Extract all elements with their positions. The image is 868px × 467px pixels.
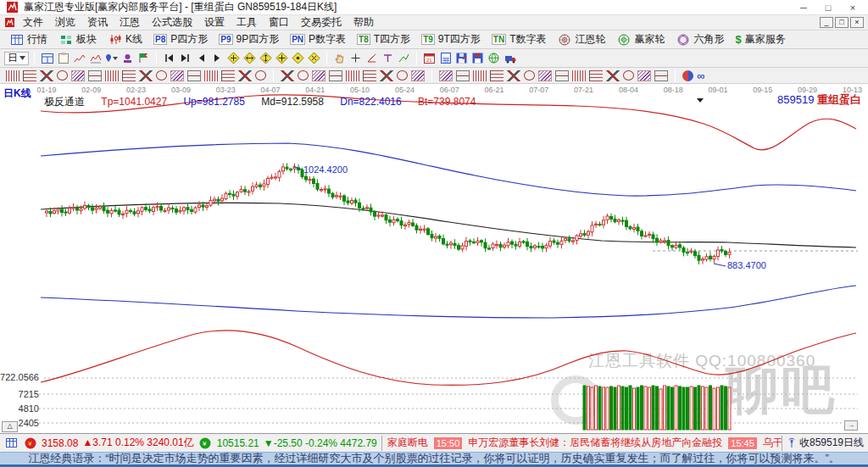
draw-tool-icon[interactable] — [281, 70, 294, 81]
stamp-icon[interactable] — [120, 52, 135, 65]
draw-tool-icon[interactable] — [221, 70, 235, 81]
draw-tool-icon[interactable] — [538, 70, 552, 81]
minimize-button[interactable]: ─ — [793, 1, 814, 14]
menu-news[interactable]: 资讯 — [81, 14, 114, 31]
draw-tool-icon[interactable] — [524, 70, 535, 81]
news-headline[interactable]: 家庭断电 — [387, 436, 428, 450]
draw-tool-icon[interactable] — [187, 70, 201, 81]
segment-tool-icon[interactable] — [397, 52, 411, 65]
zoom-diamond-dot-icon[interactable] — [291, 52, 305, 65]
save-note-icon[interactable] — [454, 52, 469, 65]
draw-tool-icon[interactable] — [204, 70, 218, 81]
t-number-table-button[interactable]: TNT数字表 — [487, 31, 552, 47]
draw-tool-icon[interactable] — [380, 70, 393, 81]
data-download-icon[interactable] — [503, 52, 517, 65]
mdi-minimize-button[interactable]: _ — [820, 17, 833, 28]
winner-wheel-button[interactable]: 赢家轮 — [612, 31, 670, 47]
news-headline[interactable]: 乌干达埃博拉确诊病例增至11（ — [763, 436, 782, 450]
menu-file[interactable]: 文件 — [17, 14, 49, 31]
menu-browse[interactable]: 浏览 — [49, 14, 81, 31]
menu-trade[interactable]: 交易委托 — [295, 14, 348, 31]
draw-tool-icon[interactable] — [439, 70, 453, 81]
draw-tool-icon[interactable] — [411, 70, 425, 81]
menu-gann[interactable]: 江恩 — [114, 14, 146, 31]
draw-tool-icon[interactable] — [23, 70, 36, 81]
period-combo[interactable]: 日 — [4, 52, 29, 65]
draw-tool-icon[interactable] — [572, 70, 586, 81]
chart-window-icon[interactable] — [40, 52, 54, 65]
draw-tool-icon[interactable] — [105, 70, 119, 81]
prev-bar-icon[interactable] — [194, 52, 209, 65]
draw-tool-icon[interactable] — [346, 70, 359, 81]
draw-tool-icon[interactable] — [71, 70, 85, 81]
draw-tool-icon[interactable] — [57, 70, 68, 81]
t-square-button[interactable]: T8T四方形 — [352, 31, 415, 47]
angle-tool-icon[interactable] — [364, 52, 379, 65]
goto-end-icon[interactable] — [178, 52, 192, 65]
draw-tool-icon[interactable] — [623, 70, 634, 81]
draw-tool-icon[interactable] — [312, 70, 326, 81]
draw-tool-icon[interactable] — [589, 70, 603, 81]
winner-service-button[interactable]: $赢家服务 — [731, 31, 791, 47]
expand-volume-button[interactable]: △ — [2, 421, 18, 432]
draw-tool-icon[interactable] — [122, 70, 136, 81]
sectors-button[interactable]: 板块 — [53, 31, 102, 47]
draw-tool-icon[interactable] — [637, 70, 651, 81]
zoom-diamond-hline-icon[interactable] — [242, 52, 257, 65]
zoom-diamond-cross2-icon[interactable] — [275, 52, 289, 65]
menu-window[interactable]: 窗口 — [263, 14, 295, 31]
menu-settings[interactable]: 设置 — [198, 14, 231, 31]
market-quotes-button[interactable]: 行情 — [4, 31, 53, 47]
pane-tab-daily-kline[interactable]: 日K线 — [3, 86, 31, 101]
gann-wheel-button[interactable]: 江恩轮 — [553, 31, 611, 47]
draw-tool-icon[interactable] — [40, 70, 53, 81]
draw-tool-icon[interactable] — [329, 70, 342, 81]
draw-tool-icon[interactable] — [363, 70, 376, 81]
trend-line-icon[interactable] — [72, 52, 86, 65]
next-bar-icon[interactable] — [210, 52, 225, 65]
draw-tool-icon[interactable] — [456, 70, 470, 81]
draw-tool-icon[interactable] — [139, 70, 153, 81]
hand-tool-icon[interactable] — [332, 52, 347, 65]
draw-tool-icon[interactable] — [170, 70, 184, 81]
t9-square-button[interactable]: T99T四方形 — [416, 31, 486, 47]
mdi-close-button[interactable]: × — [850, 17, 864, 28]
restore-button[interactable]: □ — [818, 1, 838, 14]
hexagon-button[interactable]: 六角形 — [671, 31, 730, 47]
infinity-tool-icon[interactable]: ∞ — [697, 70, 704, 81]
draw-tool-icon[interactable] — [555, 70, 569, 81]
pin-dropdown-icon[interactable] — [104, 52, 119, 65]
draw-tool-icon[interactable] — [654, 70, 668, 81]
draw-tool-icon[interactable] — [156, 70, 167, 81]
p-square-button[interactable]: P8P四方形 — [148, 31, 213, 47]
market-grid-icon[interactable] — [4, 436, 19, 450]
text-tool-icon[interactable] — [381, 52, 395, 65]
mdi-restore-button[interactable]: □ — [835, 17, 849, 28]
yinyang-tool-icon[interactable] — [682, 70, 693, 81]
menu-tools[interactable]: 工具 — [231, 14, 263, 31]
draw-tool-icon[interactable] — [606, 70, 620, 81]
kline-button[interactable]: K线 — [103, 31, 147, 47]
p-number-table-button[interactable]: PNP数字表 — [285, 31, 351, 47]
goto-start-icon[interactable] — [162, 52, 176, 65]
menu-help[interactable]: 帮助 — [348, 14, 380, 31]
draw-tool-icon[interactable] — [298, 70, 309, 81]
trend-line2-icon[interactable] — [88, 52, 103, 65]
close-button[interactable]: × — [843, 1, 863, 14]
save-icon[interactable] — [470, 52, 485, 65]
draw-tool-icon[interactable] — [490, 70, 504, 81]
p9-square-button[interactable]: P99P四方形 — [214, 31, 284, 47]
zoom-diamond-vline-icon[interactable] — [259, 52, 273, 65]
zoom-diamond-cross-icon[interactable] — [226, 52, 241, 65]
draw-tool-icon[interactable] — [397, 70, 408, 81]
clipboard-icon[interactable] — [56, 52, 70, 65]
kline-chart[interactable]: 01-1902-0902-2303-0903-2304-0704-2105-10… — [0, 84, 868, 433]
draw-tool-icon[interactable] — [507, 70, 520, 81]
draw-tool-icon[interactable] — [6, 70, 19, 81]
draw-tool-icon[interactable] — [88, 70, 102, 81]
calculator-icon[interactable] — [438, 52, 453, 65]
crosshair-tool-icon[interactable] — [348, 52, 363, 65]
flag-icon[interactable] — [136, 52, 151, 65]
menu-formula-stockpick[interactable]: 公式选股 — [146, 14, 198, 31]
draw-tool-icon[interactable] — [238, 70, 252, 81]
